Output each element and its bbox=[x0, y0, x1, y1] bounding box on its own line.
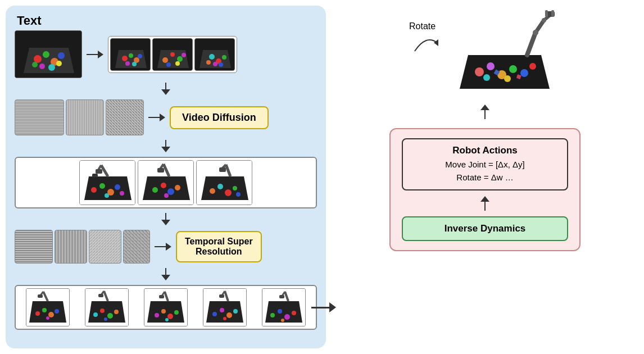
scene-sm-svg-2 bbox=[153, 39, 193, 71]
svg-point-16 bbox=[125, 61, 130, 66]
temporal-sr-box: Temporal Super Resolution bbox=[176, 231, 262, 262]
arrow-line bbox=[87, 54, 98, 55]
arrow-line-v2 bbox=[165, 140, 166, 147]
svg-point-23 bbox=[182, 53, 186, 57]
right-panel: Rotate bbox=[332, 6, 638, 348]
svg-point-25 bbox=[175, 61, 180, 66]
arrow-down-4 bbox=[161, 268, 170, 280]
left-panel: Text bbox=[6, 6, 326, 348]
noise-box-2 bbox=[66, 99, 104, 135]
main-container: Text bbox=[0, 0, 644, 354]
robot-final-4 bbox=[203, 288, 247, 326]
svg-point-105 bbox=[223, 317, 226, 320]
temporal-sr-label: Temporal Super Resolution bbox=[185, 237, 253, 256]
svg-rect-90 bbox=[159, 295, 164, 298]
robot-arm-scene bbox=[448, 10, 561, 100]
svg-rect-70 bbox=[38, 294, 43, 298]
robot-final-svg-4 bbox=[203, 289, 246, 326]
scene-small-2 bbox=[152, 38, 193, 71]
noise-box-7 bbox=[123, 230, 150, 264]
robot-actions-line1: Move Joint = [Δx, Δy] bbox=[413, 158, 557, 171]
svg-point-125 bbox=[504, 75, 511, 82]
scene-small-1 bbox=[110, 38, 151, 71]
arrow-right-2 bbox=[148, 114, 165, 121]
robot-final-1 bbox=[26, 288, 70, 326]
svg-point-30 bbox=[222, 55, 226, 60]
svg-point-53 bbox=[167, 188, 174, 195]
svg-rect-50 bbox=[157, 168, 164, 173]
robot-actions-box: Robot Actions Move Joint = [Δx, Δy] Rota… bbox=[402, 138, 568, 190]
noise-box-1 bbox=[15, 99, 64, 135]
svg-point-20 bbox=[162, 57, 168, 63]
svg-point-119 bbox=[487, 62, 495, 70]
svg-point-33 bbox=[213, 62, 217, 66]
svg-point-15 bbox=[138, 54, 142, 58]
scene-sm-svg-1 bbox=[111, 39, 151, 71]
svg-point-101 bbox=[212, 312, 217, 316]
svg-point-134 bbox=[533, 30, 538, 35]
robot-final-svg-3 bbox=[144, 289, 187, 326]
text-label: Text bbox=[17, 13, 42, 28]
robot-final-3 bbox=[144, 288, 188, 326]
svg-line-128 bbox=[527, 33, 536, 55]
arrow-right-3 bbox=[155, 243, 171, 251]
robot-img-2 bbox=[138, 160, 194, 205]
svg-point-74 bbox=[55, 309, 59, 314]
svg-point-24 bbox=[166, 62, 171, 67]
svg-rect-133 bbox=[551, 10, 554, 17]
arrow-line-v1 bbox=[165, 83, 166, 89]
svg-point-54 bbox=[175, 185, 180, 190]
robot-arm-svg-1 bbox=[80, 161, 135, 205]
svg-point-52 bbox=[161, 183, 166, 188]
arrow-up-line-2 bbox=[484, 202, 486, 211]
svg-point-71 bbox=[35, 311, 40, 316]
svg-point-32 bbox=[219, 62, 223, 67]
svg-point-45 bbox=[105, 193, 109, 198]
robot-final-svg-2 bbox=[85, 289, 128, 326]
arrow-down-3 bbox=[161, 213, 170, 225]
pink-box: Robot Actions Move Joint = [Δx, Δy] Rota… bbox=[389, 128, 580, 251]
svg-point-28 bbox=[209, 54, 215, 60]
svg-point-55 bbox=[164, 193, 169, 198]
arrow-up-1 bbox=[480, 105, 489, 119]
svg-point-104 bbox=[233, 309, 238, 314]
arrow-up-line bbox=[484, 110, 486, 119]
arrow-line-final bbox=[311, 307, 329, 308]
svg-point-123 bbox=[529, 63, 536, 70]
svg-point-113 bbox=[284, 314, 290, 320]
svg-point-75 bbox=[46, 316, 49, 320]
svg-point-103 bbox=[226, 312, 232, 318]
svg-point-81 bbox=[93, 312, 98, 317]
svg-point-65 bbox=[236, 192, 241, 197]
svg-point-64 bbox=[233, 186, 237, 190]
noise-group-2 bbox=[15, 230, 150, 264]
svg-point-112 bbox=[278, 309, 282, 314]
svg-point-122 bbox=[520, 69, 528, 77]
svg-point-84 bbox=[114, 310, 119, 314]
noise-box-4 bbox=[15, 230, 53, 264]
rotate-label-area: Rotate bbox=[409, 10, 443, 54]
svg-rect-39 bbox=[92, 174, 98, 177]
svg-point-114 bbox=[292, 311, 296, 315]
svg-point-135 bbox=[542, 18, 546, 22]
svg-point-124 bbox=[483, 74, 490, 81]
robot-final-2 bbox=[85, 288, 129, 326]
svg-point-95 bbox=[165, 318, 169, 321]
svg-point-102 bbox=[220, 308, 224, 312]
robot-final-svg-1 bbox=[26, 289, 69, 326]
svg-point-61 bbox=[210, 188, 215, 194]
svg-point-85 bbox=[104, 317, 107, 321]
svg-point-9 bbox=[32, 62, 38, 67]
noise-diffusion-row: Video Diffusion bbox=[15, 99, 317, 135]
video-diffusion-box: Video Diffusion bbox=[170, 106, 269, 129]
svg-rect-110 bbox=[279, 295, 284, 298]
svg-point-62 bbox=[217, 184, 223, 189]
svg-point-91 bbox=[155, 313, 159, 317]
svg-point-93 bbox=[167, 314, 173, 319]
arrow-line-v4 bbox=[165, 268, 166, 275]
svg-point-2 bbox=[34, 55, 42, 63]
top-images-row bbox=[15, 30, 317, 78]
svg-point-82 bbox=[100, 308, 105, 313]
noise-group-1 bbox=[15, 99, 144, 135]
robot-scene-top: Rotate bbox=[336, 10, 634, 100]
